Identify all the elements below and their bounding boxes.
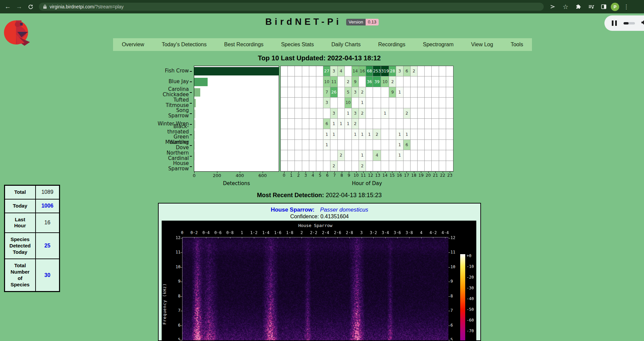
heatmap-cell — [381, 98, 389, 108]
spectrogram-freq-tick-label-right: 10 — [450, 265, 463, 269]
heatmap-cell — [411, 140, 418, 150]
heatmap-cell — [345, 140, 352, 150]
stats-row: Today1006 — [5, 199, 60, 213]
spectrogram-colorbar-tick-label: -70 — [467, 329, 474, 333]
heatmap-cell — [418, 140, 425, 150]
spectrogram-time-tick-mark — [445, 237, 445, 238]
detection-common-name[interactable]: House Sparrow: — [271, 207, 314, 213]
spectrogram-freq-tick-label-right: 8 — [450, 294, 463, 298]
heatmap-cell — [446, 98, 453, 108]
nav-item-tools[interactable]: Tools — [508, 42, 526, 48]
url-bar[interactable]: virginia.birdnetpi.com/?stream=play — [39, 3, 544, 11]
heatmap-cell: 36 — [366, 76, 373, 87]
nav-item-species-stats[interactable]: Species Stats — [278, 42, 317, 48]
spectrogram-time-tick-label: 1·2 — [250, 230, 258, 235]
spectrogram-freq-tick-mark-right — [448, 326, 450, 326]
heatmap-cell — [425, 119, 432, 129]
heatmap-cell — [439, 140, 446, 150]
stats-row: Species Detected Today25 — [5, 233, 60, 259]
heatmap-cell — [411, 150, 418, 161]
nav-item-view-log[interactable]: View Log — [469, 42, 496, 48]
heatmap-cell — [323, 108, 330, 119]
extensions-puzzle-icon[interactable] — [573, 1, 584, 12]
heatmap-cell — [359, 140, 366, 150]
heatmap-cell: 39 — [373, 76, 381, 87]
stat-value[interactable]: 30 — [36, 259, 60, 292]
nav-item-today-s-detections[interactable]: Today's Detections — [159, 42, 209, 48]
hour-tick-mark — [443, 172, 443, 173]
nav-item-spectrogram[interactable]: Spectrogram — [420, 42, 457, 48]
heatmap-cell — [288, 150, 295, 161]
spectrogram-freq-tick-mark-right — [448, 238, 450, 238]
heatmap-cell — [373, 98, 381, 108]
heatmap-cell — [411, 129, 418, 139]
seek-bar[interactable] — [624, 22, 635, 24]
send-icon[interactable] — [547, 1, 558, 12]
hour-tick-label: 7 — [331, 173, 338, 178]
hour-tick-label: 8 — [338, 173, 345, 178]
heatmap-cell — [381, 150, 389, 161]
heatmap-cell — [418, 76, 425, 87]
heatmap-cell — [404, 76, 411, 87]
heatmap-cell — [446, 76, 453, 87]
detections-bar — [194, 67, 279, 75]
side-panel-icon[interactable] — [598, 1, 609, 12]
spectrogram-time-tick-mark — [362, 237, 362, 238]
page-title: BirdNET-Pi — [265, 17, 341, 27]
nav-item-recordings[interactable]: Recordings — [375, 42, 408, 48]
nav-item-daily-charts[interactable]: Daily Charts — [329, 42, 363, 48]
pause-icon[interactable] — [612, 20, 617, 26]
species-label: Mourning Dove — [154, 140, 192, 151]
species-label: Northern Cardinal — [154, 151, 192, 161]
heatmap-cell — [432, 87, 439, 98]
reload-icon[interactable] — [25, 1, 36, 12]
heatmap-cell: 11 — [330, 76, 337, 87]
media-playlist-icon[interactable] — [585, 1, 597, 12]
profile-avatar[interactable]: P — [611, 3, 619, 11]
heatmap-cell — [373, 87, 381, 98]
volume-icon[interactable] — [640, 19, 644, 27]
hour-tick-mark — [342, 172, 342, 173]
hour-tick-label: 23 — [446, 173, 454, 178]
spectrogram-time-tick-mark — [409, 237, 410, 238]
heatmap-cell — [366, 87, 373, 98]
species-label: House Sparrow — [154, 161, 192, 172]
heatmap-cell — [389, 98, 396, 108]
heatmap-cell — [366, 150, 373, 161]
heatmap-cell — [295, 87, 302, 98]
heatmap-cell: 3 — [352, 87, 359, 98]
spectrogram-freq-tick-mark-left — [180, 238, 182, 238]
heatmap-cell — [432, 129, 439, 139]
spectrogram-time-tick-label: 3·6 — [394, 230, 401, 235]
stat-value[interactable]: 25 — [36, 233, 60, 259]
seek-handle[interactable] — [624, 22, 629, 24]
heatmap-cell — [366, 119, 373, 129]
spectrogram-time-tick-mark — [254, 237, 254, 238]
browser-menu-icon[interactable]: ⋮ — [621, 1, 632, 12]
nav-item-best-recordings[interactable]: Best Recordings — [221, 42, 266, 48]
bar-tick-label: 0 — [193, 173, 196, 178]
bar-axis-label: Detections — [223, 180, 250, 186]
heatmap-cell: 1 — [330, 119, 337, 129]
heatmap-cell — [316, 161, 323, 171]
bookmark-star-icon[interactable]: ☆ — [560, 1, 571, 12]
nav-item-overview[interactable]: Overview — [119, 42, 147, 48]
heatmap-cell: 3 — [352, 108, 359, 119]
heatmap-cell: 9 — [389, 87, 396, 98]
stat-value[interactable]: 1006 — [36, 199, 60, 213]
heatmap-cell — [425, 129, 432, 139]
spectrogram-time-tick-mark — [397, 237, 398, 238]
heatmap-cell — [381, 161, 389, 171]
spectrogram-time-tick-mark — [278, 237, 278, 238]
spectrogram-time-tick-label: 0·4 — [202, 230, 210, 235]
spectrogram-time-tick-label: 3 — [360, 230, 363, 235]
forward-icon[interactable]: → — [13, 1, 25, 12]
heatmap-cell — [302, 129, 309, 139]
heatmap-axis-label: Hour of Day — [352, 180, 382, 186]
heatmap-cell: 6 — [404, 140, 411, 150]
back-icon[interactable]: ← — [2, 1, 13, 12]
heatmap-cell: 1 — [323, 140, 330, 150]
hour-tick-mark — [385, 172, 385, 173]
heatmap-cell — [432, 161, 439, 171]
spectrogram-time-tick-mark — [266, 237, 266, 238]
